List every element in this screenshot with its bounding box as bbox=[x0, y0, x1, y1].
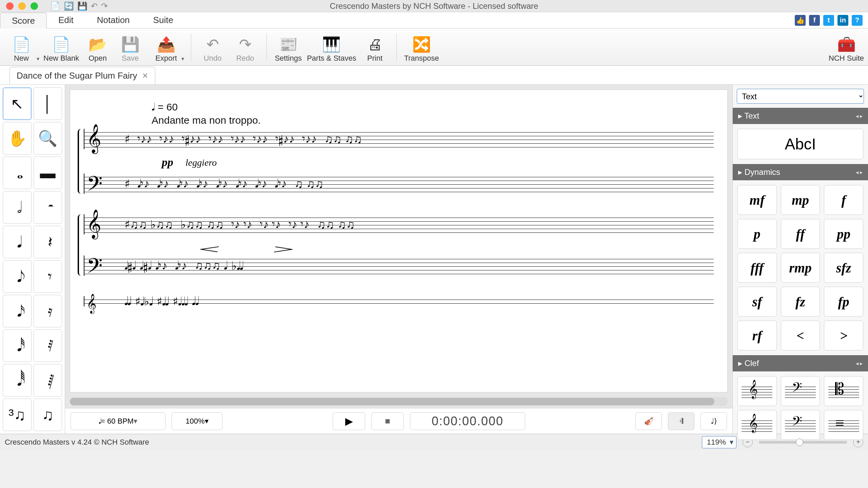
repeat-button[interactable]: 𝄇 bbox=[668, 412, 694, 430]
dynamic-mp[interactable]: mp bbox=[781, 185, 820, 215]
transpose-button[interactable]: 🔀Transpose bbox=[403, 28, 440, 65]
window-close-icon[interactable] bbox=[6, 2, 14, 10]
instrument-button[interactable]: 🎻 bbox=[635, 412, 662, 430]
play-button[interactable]: ▶ bbox=[333, 412, 365, 430]
text-tool[interactable]: AbcI bbox=[737, 129, 863, 159]
undo-button[interactable]: ↶Undo bbox=[197, 28, 228, 65]
twitter-icon[interactable]: t bbox=[823, 15, 834, 26]
bpm-selector[interactable]: 𝅘𝅥. = 60 BPM ▾ bbox=[71, 412, 165, 430]
open-button[interactable]: 📂Open bbox=[82, 28, 113, 65]
dynamic-rf[interactable]: rf bbox=[737, 321, 777, 350]
clef-option[interactable]: 𝄞 bbox=[737, 410, 777, 440]
quarter-rest[interactable]: 𝄽 bbox=[34, 226, 62, 258]
qa-undo-icon[interactable]: ↶ bbox=[91, 1, 98, 11]
qa-icon[interactable]: 💾 bbox=[77, 1, 87, 11]
new-button[interactable]: 📄New bbox=[3, 28, 40, 65]
dynamic-x[interactable]: < bbox=[781, 321, 820, 350]
dynamic-f[interactable]: f bbox=[824, 185, 863, 215]
beam-tool[interactable]: ♫ bbox=[34, 399, 62, 431]
zoom-slider[interactable] bbox=[759, 441, 847, 444]
menu-tab-suite[interactable]: Suite bbox=[142, 12, 185, 28]
panel-category-select[interactable]: Text bbox=[737, 89, 864, 104]
document-tab-title: Dance of the Sugar Plum Fairy bbox=[17, 70, 137, 81]
horizontal-scrollbar[interactable] bbox=[70, 397, 728, 406]
sixtyfourth-rest[interactable]: 𝅁 bbox=[34, 364, 62, 396]
repeat-icon: 𝄇 bbox=[679, 417, 683, 426]
clef-option[interactable]: 𝄞 bbox=[737, 376, 777, 406]
print-button[interactable]: 🖨Print bbox=[360, 28, 390, 65]
zoom-tool[interactable]: 🔍 bbox=[34, 122, 62, 155]
window-minimize-icon[interactable] bbox=[18, 2, 26, 10]
clef-option[interactable]: 𝄢 bbox=[781, 410, 820, 440]
dynamic-x[interactable]: > bbox=[824, 321, 863, 350]
cursor-tool[interactable]: ↖ bbox=[3, 87, 32, 120]
sixteenth-note[interactable]: 𝅘𝅥𝅯 bbox=[3, 295, 32, 327]
facebook-icon[interactable]: f bbox=[809, 15, 820, 26]
window-zoom-icon[interactable] bbox=[31, 2, 38, 10]
barline-tool[interactable]: │ bbox=[34, 87, 62, 120]
save-button[interactable]: 💾Save bbox=[115, 28, 145, 65]
clef-option[interactable]: 𝄡 bbox=[824, 376, 863, 406]
section-header-text[interactable]: ▸ Text◂ ▸ bbox=[733, 108, 868, 124]
section-header-dynamics[interactable]: ▸ Dynamics◂ ▸ bbox=[733, 164, 868, 180]
treble-staff[interactable]: 𝄞 𝅘𝅥𝅘𝅥 𝅘𝅥𝅘𝅥♯𝅘𝅥𝅘𝅥 ♭𝅘𝅥𝅘𝅥♯𝅘𝅥𝅘𝅥 𝅘𝅥𝅘𝅥♯𝅘𝅥 𝅘𝅥 𝅘… bbox=[84, 296, 714, 306]
dynamic-rmp[interactable]: rmp bbox=[781, 253, 820, 283]
new-blank-button[interactable]: 📄New Blank bbox=[42, 28, 80, 65]
dynamic-fz[interactable]: fz bbox=[781, 287, 820, 317]
clef-option[interactable]: ≡ bbox=[824, 410, 863, 440]
close-tab-icon[interactable]: ✕ bbox=[142, 72, 148, 80]
whole-rest[interactable]: ▬ bbox=[34, 157, 62, 189]
qa-redo-icon[interactable]: ↷ bbox=[101, 1, 108, 11]
treble-staff[interactable]: 𝄞 ♯♫♫ ♭♫♫♭♫♫ ♫♫𝄾 ♪ 𝄾 ♪𝄾 ♪ 𝄾 ♪𝄾 ♪ 𝄾 ♪♫♫ ♫… bbox=[84, 214, 714, 235]
thirtysecond-note[interactable]: 𝅘𝅥𝅰 bbox=[3, 329, 32, 362]
social-links: 👍 f t in ? bbox=[795, 12, 863, 28]
stop-button[interactable]: ■ bbox=[371, 412, 404, 430]
eighth-rest[interactable]: 𝄾 bbox=[34, 260, 62, 293]
half-note[interactable]: 𝅗𝅥 bbox=[3, 191, 32, 224]
linkedin-icon[interactable]: in bbox=[837, 15, 848, 26]
eighth-note[interactable]: 𝅘𝅥𝅮 bbox=[3, 260, 32, 293]
settings-button[interactable]: 📰Settings bbox=[273, 28, 303, 65]
dynamic-mf[interactable]: mf bbox=[737, 185, 777, 215]
help-icon[interactable]: ? bbox=[852, 15, 863, 26]
dynamic-ff[interactable]: ff bbox=[781, 219, 820, 249]
dynamic-sf[interactable]: sf bbox=[737, 287, 777, 317]
quarter-note[interactable]: 𝅘𝅥 bbox=[3, 226, 32, 258]
thumb-icon[interactable]: 👍 bbox=[795, 15, 806, 26]
sixtyfourth-note[interactable]: 𝅘𝅥𝅱 bbox=[3, 364, 32, 396]
redo-button[interactable]: ↷Redo bbox=[230, 28, 260, 65]
menu-tab-score[interactable]: Score bbox=[0, 13, 47, 28]
slider-knob[interactable] bbox=[796, 439, 803, 446]
sixteenth-rest[interactable]: 𝄿 bbox=[34, 295, 62, 327]
menu-tab-edit[interactable]: Edit bbox=[47, 12, 85, 28]
dynamic-pp[interactable]: pp bbox=[824, 219, 863, 249]
bass-staff[interactable]: 𝄢 𝅘𝅥 ♯𝅘𝅥𝅘𝅥 ♯𝅘𝅥𝅘𝅥 𝄾 ♪𝅘𝅥 𝄾 ♪♫♫♫ 𝅘𝅥♭𝅘𝅥 𝅘𝅥 bbox=[84, 256, 714, 276]
score-canvas[interactable]: 𝅘𝅥 = 60 Andante ma non troppo. 𝄞 ♯𝄾 ♪♪𝄾 … bbox=[70, 89, 728, 392]
bass-staff[interactable]: 𝄢 ♯𝅘𝅥 𝄾 ♪𝅘𝅥 𝄾 ♪𝅘𝅥 𝄾 ♪𝅘𝅥 𝄾 ♪𝅘𝅥 𝄾 ♪𝅘𝅥 𝄾 ♪𝅘… bbox=[84, 174, 714, 194]
scrollbar-thumb[interactable] bbox=[70, 398, 714, 405]
status-zoom-select[interactable]: 119% bbox=[702, 436, 736, 448]
half-rest[interactable]: 𝄼 bbox=[34, 191, 62, 224]
thirtysecond-rest[interactable]: 𝅀 bbox=[34, 329, 62, 362]
export-button[interactable]: 📤Export bbox=[147, 28, 185, 65]
quick-toolbar: 📄 🔄 💾 ↶ ↷ bbox=[50, 1, 108, 11]
whole-note[interactable]: 𝅝 bbox=[3, 157, 32, 189]
parts-staves-button[interactable]: 🎹Parts & Staves bbox=[305, 28, 358, 65]
document-tab[interactable]: Dance of the Sugar Plum Fairy ✕ bbox=[9, 67, 155, 84]
tuplet-tool[interactable]: ³♫ bbox=[3, 399, 32, 431]
dynamic-p[interactable]: p bbox=[737, 219, 777, 249]
zoom-selector[interactable]: 100% ▾ bbox=[172, 412, 222, 430]
section-header-clef[interactable]: ▸ Clef◂ ▸ bbox=[733, 355, 868, 371]
nch-suite-button[interactable]: 🧰NCH Suite bbox=[827, 28, 865, 65]
clef-option[interactable]: 𝄢 bbox=[781, 376, 820, 406]
dynamic-fp[interactable]: fp bbox=[824, 287, 863, 317]
hand-tool[interactable]: ✋ bbox=[3, 122, 32, 155]
qa-icon[interactable]: 📄 bbox=[50, 1, 60, 11]
dynamic-fff[interactable]: fff bbox=[737, 253, 777, 283]
treble-staff[interactable]: 𝄞 ♯𝄾 ♪♪𝄾 ♪♪𝄾 ♯♪♪𝄾 ♪♪𝄾 ♪♪𝄾 ♪♪𝄾 ♯♪♪𝄾 ♪♪♫♫ … bbox=[84, 129, 714, 149]
dynamic-sfz[interactable]: sfz bbox=[824, 253, 863, 283]
qa-icon[interactable]: 🔄 bbox=[64, 1, 74, 11]
metronome-button[interactable]: ♩⟩ bbox=[701, 412, 727, 430]
metronome-icon: ♩⟩ bbox=[711, 417, 717, 426]
menu-tab-notation[interactable]: Notation bbox=[85, 12, 142, 28]
